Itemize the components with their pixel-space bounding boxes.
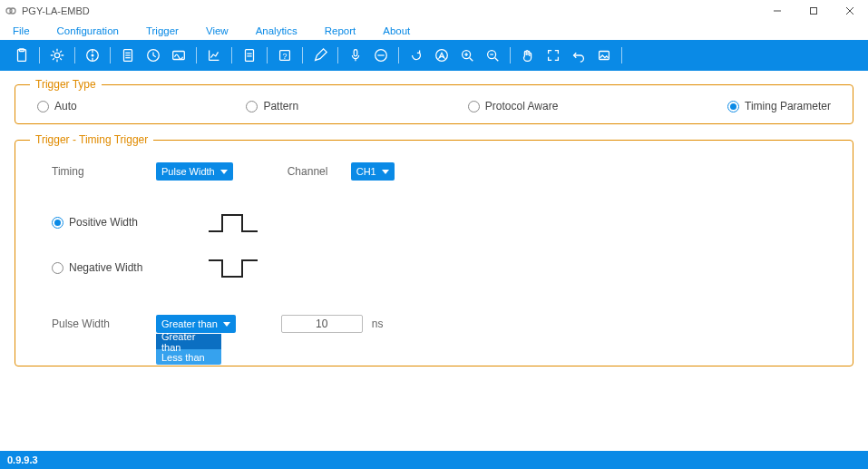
timing-trigger-legend: Trigger - Timing Trigger [30, 133, 153, 146]
stop-icon[interactable] [370, 44, 392, 66]
timing-dropdown[interactable]: Pulse Width [156, 162, 233, 181]
separator [337, 47, 338, 64]
trigger-type-legend: Trigger Type [30, 78, 102, 91]
separator [74, 47, 75, 64]
negative-width-label: Negative Width [69, 261, 142, 274]
radio-auto-label: Auto [54, 100, 77, 112]
menu-report[interactable]: Report [325, 25, 356, 36]
radio-auto[interactable]: Auto [37, 100, 77, 112]
separator [231, 47, 232, 64]
image-icon[interactable] [593, 44, 615, 66]
undo-icon[interactable] [568, 44, 590, 66]
gear-icon[interactable] [46, 44, 68, 66]
radio-pattern[interactable]: Pattern [246, 100, 298, 112]
separator [510, 47, 511, 64]
waveform-icon[interactable] [168, 44, 190, 66]
svg-point-1 [10, 8, 15, 14]
separator [302, 47, 303, 64]
separator [110, 47, 111, 64]
channel-dropdown-value: CH1 [356, 166, 376, 177]
clipboard-icon[interactable] [11, 44, 33, 66]
close-button[interactable] [832, 0, 868, 22]
svg-line-33 [495, 58, 499, 62]
radio-pattern-label: Pattern [263, 100, 298, 112]
window-title: PGY-LA-EMBD [22, 5, 90, 16]
separator [196, 47, 197, 64]
menu-analytics[interactable]: Analytics [256, 25, 297, 36]
radio-protocol-label: Protocol Aware [485, 100, 559, 112]
pulse-width-unit: ns [372, 318, 384, 330]
zoom-out-icon[interactable] [482, 44, 503, 66]
svg-rect-24 [354, 50, 357, 56]
menu-trigger[interactable]: Trigger [146, 25, 179, 36]
svg-rect-35 [600, 52, 610, 60]
target-icon[interactable] [82, 44, 103, 66]
menu-about[interactable]: About [383, 25, 410, 36]
minimize-button[interactable] [759, 0, 795, 22]
list-icon[interactable] [117, 44, 139, 66]
app-icon [5, 5, 16, 16]
condition-dropdown[interactable]: Greater than Greater than Less than [156, 315, 236, 333]
separator [39, 47, 40, 64]
maximize-button[interactable] [795, 0, 832, 22]
svg-line-29 [470, 58, 473, 62]
pulse-width-value-input[interactable]: 10 [281, 315, 363, 333]
expand-icon[interactable] [542, 44, 564, 66]
compass-icon[interactable] [431, 44, 453, 66]
positive-pulse-icon [206, 206, 260, 239]
window-controls [759, 0, 868, 22]
refresh-icon[interactable] [405, 44, 427, 66]
status-bar: 0.9.9.3 [0, 451, 868, 469]
negative-pulse-icon [206, 251, 260, 284]
menubar: File Configuration Trigger View Analytic… [0, 22, 868, 40]
positive-width-label: Positive Width [69, 216, 138, 229]
pencil-icon[interactable] [309, 44, 331, 66]
radio-positive-width[interactable]: Positive Width [52, 216, 179, 229]
condition-dropdown-list: Greater than Less than [156, 334, 221, 365]
chevron-down-icon [382, 170, 389, 174]
content: Trigger Type Auto Pattern Protocol Aware… [0, 71, 868, 366]
chart-icon[interactable] [203, 44, 225, 66]
svg-point-27 [436, 50, 448, 62]
trigger-type-box: Trigger Type Auto Pattern Protocol Aware… [15, 78, 853, 124]
separator [267, 47, 268, 64]
separator [398, 47, 399, 64]
svg-point-10 [92, 54, 93, 56]
radio-timing-label: Timing Parameter [745, 100, 831, 112]
timing-label: Timing [52, 165, 156, 178]
radio-protocol-aware[interactable]: Protocol Aware [468, 100, 559, 112]
hand-icon[interactable] [517, 44, 539, 66]
menu-view[interactable]: View [206, 25, 229, 36]
svg-text:?: ? [282, 52, 287, 61]
toolbar: ? [0, 40, 868, 71]
zoom-in-icon[interactable] [456, 44, 478, 66]
help-icon[interactable]: ? [274, 44, 296, 66]
chevron-down-icon [220, 170, 228, 174]
pulse-width-label: Pulse Width [52, 318, 156, 330]
chevron-down-icon [223, 322, 230, 327]
svg-rect-19 [246, 50, 254, 62]
menu-file[interactable]: File [13, 25, 30, 36]
menu-configuration[interactable]: Configuration [57, 25, 119, 36]
condition-dropdown-value: Greater than [161, 318, 218, 329]
channel-dropdown[interactable]: CH1 [351, 162, 395, 181]
condition-option-greater[interactable]: Greater than [156, 334, 221, 349]
channel-label: Channel [288, 165, 351, 178]
radio-negative-width[interactable]: Negative Width [52, 261, 179, 274]
separator [621, 47, 622, 64]
timing-trigger-box: Trigger - Timing Trigger Timing Pulse Wi… [15, 133, 853, 366]
titlebar: PGY-LA-EMBD [0, 0, 868, 22]
timing-dropdown-value: Pulse Width [161, 166, 215, 177]
mic-icon[interactable] [345, 44, 366, 66]
report-icon[interactable] [239, 44, 260, 66]
radio-timing-parameter[interactable]: Timing Parameter [727, 100, 831, 112]
svg-rect-3 [811, 8, 817, 15]
version-label: 0.9.9.3 [7, 454, 38, 465]
clock-icon[interactable] [142, 44, 164, 66]
svg-point-8 [54, 53, 59, 57]
